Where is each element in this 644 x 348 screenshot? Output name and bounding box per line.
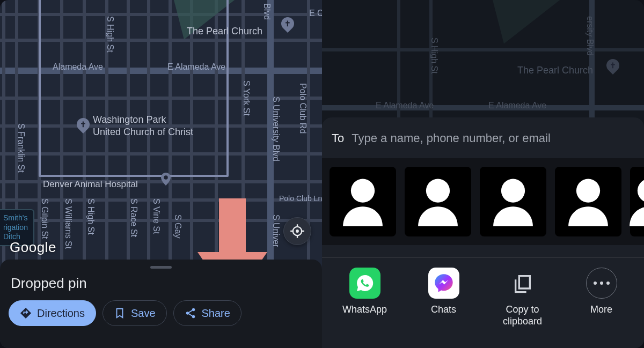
- svg-point-12: [600, 282, 603, 285]
- road-label: S Univer: [271, 214, 281, 247]
- road-label: E C: [309, 9, 322, 18]
- share-target-whatsapp[interactable]: WhatsApp: [330, 268, 400, 327]
- svg-point-9: [576, 179, 600, 202]
- road-label: S High St: [86, 198, 96, 235]
- road-label: Polo Club Ln: [279, 194, 322, 203]
- share-target-copy[interactable]: Copy to clipboard: [488, 268, 558, 327]
- chip-label: Share: [202, 307, 230, 320]
- share-target-label: More: [590, 304, 612, 316]
- avatar-icon: [564, 175, 612, 226]
- avatar-icon: [414, 175, 462, 226]
- share-target-more[interactable]: More: [567, 268, 636, 327]
- road-label: S Williams St: [63, 198, 73, 249]
- svg-point-2: [296, 229, 299, 233]
- road-label: S Vine St: [151, 198, 161, 234]
- svg-point-13: [606, 282, 610, 285]
- share-sheet[interactable]: To Type a name, phone number, or email: [322, 117, 644, 348]
- contact-tile[interactable]: [405, 167, 471, 236]
- whatsapp-icon: [349, 268, 380, 299]
- avatar-icon: [625, 175, 644, 226]
- church-icon: ✝: [604, 56, 622, 75]
- share-target-label: Copy to clipboard: [488, 304, 558, 327]
- contact-tile[interactable]: [480, 167, 546, 236]
- poi-label: The Pearl Church: [187, 25, 262, 38]
- copy-icon: [507, 268, 538, 299]
- road-label: Polo Club Rd: [298, 83, 308, 134]
- svg-point-0: [164, 175, 168, 180]
- avatar-icon: [339, 175, 387, 226]
- more-icon: [586, 268, 617, 299]
- bookmark-icon: [114, 307, 126, 319]
- road-label: E Alameda Ave: [488, 101, 546, 110]
- road-label: Alameda Ave: [53, 62, 103, 72]
- save-button[interactable]: Save: [103, 300, 167, 326]
- svg-point-8: [501, 179, 525, 202]
- svg-point-7: [426, 179, 450, 202]
- poi-label: Denver Animal Hospital: [43, 179, 138, 190]
- svg-point-6: [351, 179, 375, 202]
- dropped-pin-sheet[interactable]: Dropped pin Directions Save Share: [0, 260, 322, 348]
- share-target-chats[interactable]: Chats: [409, 268, 479, 327]
- hospital-icon: [161, 173, 171, 188]
- poi-label: Washington Park United Church of Christ: [93, 114, 193, 138]
- drag-handle-icon[interactable]: [150, 266, 172, 269]
- messenger-icon: [428, 268, 459, 299]
- share-target-label: WhatsApp: [342, 304, 387, 316]
- contact-tile[interactable]: [630, 167, 644, 236]
- poi-text: United Church of Christ: [93, 127, 193, 137]
- road-label: S High St: [105, 16, 115, 53]
- svg-point-10: [638, 179, 644, 202]
- avatar-icon: [489, 175, 537, 226]
- locate-icon: [290, 224, 305, 239]
- church-icon: ✝: [279, 14, 297, 33]
- share-icon: [185, 307, 196, 319]
- road-label: S University Blvd: [271, 97, 281, 161]
- road-label: S Gay: [173, 214, 182, 238]
- share-target-label: Chats: [431, 304, 456, 316]
- road-label: E Alameda Ave: [167, 62, 225, 72]
- chip-label: Directions: [37, 307, 85, 320]
- road-label: S York St: [241, 80, 251, 116]
- road-label: Blvd: [262, 3, 272, 20]
- sheet-title: Dropped pin: [11, 275, 313, 292]
- locate-me-button[interactable]: [283, 217, 311, 245]
- road-label: S Franklin St: [16, 123, 26, 173]
- to-input[interactable]: Type a name, phone number, or email: [352, 131, 551, 145]
- to-recipient-row[interactable]: To Type a name, phone number, or email: [322, 127, 644, 154]
- chip-label: Save: [131, 307, 156, 320]
- divider: [322, 257, 644, 258]
- contact-tile[interactable]: [330, 167, 396, 236]
- road-label: S Race St: [129, 198, 138, 237]
- road-label: S High St: [429, 38, 439, 74]
- right-panel: S High St ersity Blvd ✝ The Pearl Church…: [322, 0, 644, 348]
- google-logo: Google: [10, 239, 56, 256]
- left-panel: ✝ The Pearl Church Alameda Ave E Alameda…: [0, 0, 322, 348]
- to-label: To: [332, 131, 344, 145]
- poi-label: The Pearl Church: [517, 64, 593, 77]
- road-label: E Alameda Ave: [376, 101, 434, 110]
- road-label: ersity Blvd: [585, 16, 595, 56]
- directions-icon: [20, 307, 32, 319]
- contact-tile[interactable]: [555, 167, 621, 236]
- share-targets-row: WhatsApp Chats Cop: [322, 268, 644, 327]
- contacts-row[interactable]: [322, 158, 644, 245]
- svg-point-11: [594, 282, 597, 285]
- share-button[interactable]: Share: [173, 300, 241, 326]
- action-row: Directions Save Share: [9, 300, 313, 326]
- poi-text: Washington Park: [93, 114, 166, 125]
- directions-button[interactable]: Directions: [9, 300, 96, 326]
- road-label: S Gilpin St: [40, 198, 49, 239]
